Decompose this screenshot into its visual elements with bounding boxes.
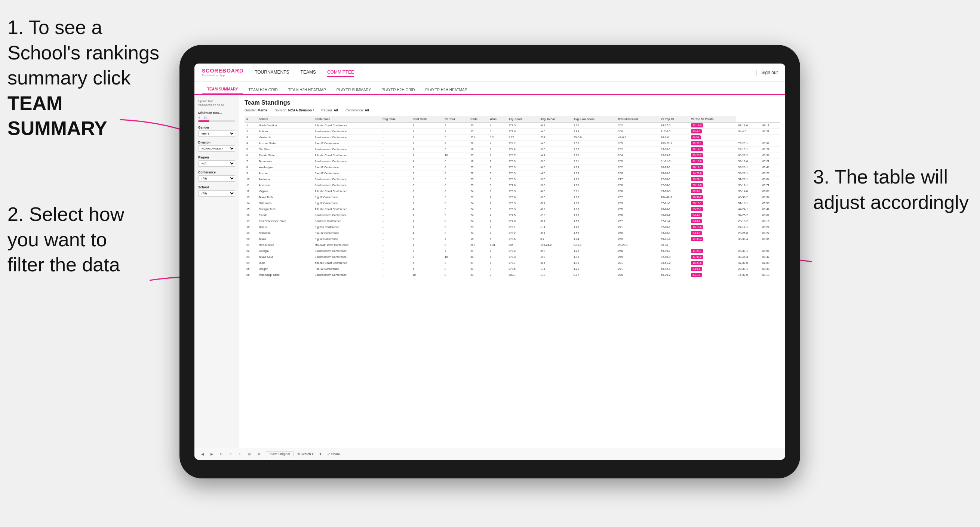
table-cell: Big Ten Conference <box>313 224 381 230</box>
table-cell: 89.11 <box>760 122 780 129</box>
toolbar-settings[interactable]: ⚙ <box>256 451 262 457</box>
table-cell: 11-38-2 <box>689 254 736 260</box>
toolbar-reload[interactable]: ↻ <box>218 451 224 457</box>
table-cell: North Carolina <box>257 122 313 129</box>
table-cell: 5 <box>411 266 443 272</box>
table-cell: 2.11 <box>572 159 616 165</box>
table-cell: 1.90 <box>572 183 616 188</box>
table-cell: 17-9-0 <box>689 188 736 194</box>
sidebar: Update time: 27/03/2024 16:56:26 Minimum… <box>194 95 239 448</box>
school-select[interactable]: (All) <box>198 190 235 197</box>
table-cell: 23 <box>468 165 488 170</box>
gender-select[interactable]: Men's <box>198 130 235 137</box>
region-select[interactable]: N/A <box>198 160 235 167</box>
watch-button[interactable]: 👁 Watch ▾ <box>297 452 314 456</box>
tab-team-h2h-heatmap[interactable]: TEAM H2H HEATMAP <box>283 86 331 94</box>
conference-select[interactable]: (All) <box>198 175 235 182</box>
table-cell: 9 <box>245 170 257 176</box>
table-cell: 1 <box>488 254 507 260</box>
table-cell: Texas Tech <box>257 194 313 200</box>
nav-committee[interactable]: COMMITTEE <box>327 68 354 77</box>
table-cell: Tennessee <box>257 159 313 165</box>
table-cell: 3 <box>411 146 443 152</box>
filter-school-label: School <box>198 186 235 189</box>
table-cell: 117-4-0 <box>659 129 689 135</box>
table-cell: 15-30-0 <box>736 272 760 278</box>
toolbar: ◀ ▶ ↻ ⌂ ☆ ⊞ ⚙ View: Original 👁 Watch ▾ ⬆… <box>194 448 785 460</box>
toolbar-copy[interactable]: ⊞ <box>247 451 252 457</box>
table-cell: 203 <box>538 135 572 141</box>
col-no-tour: No Tour <box>443 116 468 122</box>
table-cell: Pac-12 Conference <box>313 165 381 170</box>
table-cell: 95-6-0 <box>572 135 616 141</box>
tab-team-summary[interactable]: TEAM SUMMARY <box>202 85 243 94</box>
table-cell: 8 <box>443 200 468 206</box>
table-cell: New Mexico <box>257 242 313 248</box>
table-cell: 80.34 <box>760 194 780 200</box>
table-cell: 1.44 <box>572 236 616 242</box>
table-cell: 278.2 <box>507 230 538 236</box>
table-cell: - <box>381 224 410 230</box>
update-time-value: 27/03/2024 16:56:26 <box>198 103 224 107</box>
table-cell: 24 <box>468 212 488 218</box>
table-cell: 18 <box>468 159 488 165</box>
tab-player-summary[interactable]: PLAYER SUMMARY <box>331 86 376 94</box>
table-cell: 2 <box>488 200 507 206</box>
instruction-2: 2. Select how you want to filter the dat… <box>8 202 124 278</box>
table-cell: 279.3 <box>507 254 538 260</box>
table-cell: 86-25-1 <box>659 165 689 170</box>
table-cell: Atlantic Coast Conference <box>313 206 381 212</box>
toolbar-forward[interactable]: ▶ <box>209 451 215 457</box>
table-cell: - <box>381 152 410 159</box>
table-cell: 1 <box>488 152 507 159</box>
table-cell: 19 <box>245 230 257 236</box>
table-cell: 23-18-2 <box>736 218 760 224</box>
table-cell: 8 <box>443 165 468 170</box>
instruction-3-line2: adjust accordingly <box>813 191 969 213</box>
table-cell: 1.98 <box>572 170 616 176</box>
table-cell: Texas A&M <box>257 254 313 260</box>
table-cell: 8 <box>443 188 468 194</box>
instruction-1-bold: TEAM SUMMARY <box>8 92 107 140</box>
table-cell: 5 <box>411 260 443 266</box>
view-original-button[interactable]: View: Original <box>266 451 293 457</box>
range-slider[interactable] <box>198 121 235 122</box>
division-select[interactable]: NCAA Division I <box>198 145 235 152</box>
table-cell: 18-12-1 <box>689 165 736 170</box>
tab-team-h2h-grid[interactable]: TEAM H2H GRID <box>243 86 283 94</box>
col-avg-low: Avg. Low Score <box>572 116 616 122</box>
table-cell: 27 <box>468 260 488 266</box>
table-cell: - <box>381 183 410 188</box>
top-nav: SCOREBOARD Powered by clipp TOURNAMENTS … <box>194 63 785 81</box>
table-cell: 5 <box>411 176 443 183</box>
table-cell: -5.1 <box>538 230 572 236</box>
share-button[interactable]: ⤢ Share <box>327 452 340 456</box>
table-cell: 18 <box>245 224 257 230</box>
toolbar-export[interactable]: ⬆ <box>317 451 323 457</box>
table-cell: -6.0 <box>538 188 572 194</box>
table-cell: 109-24-2 <box>538 242 572 248</box>
sign-out[interactable]: Sign out <box>761 70 778 75</box>
table-cell: 1 <box>488 260 507 266</box>
table-row: 15Georgia TechAtlantic Coast Conference-… <box>245 206 780 212</box>
toolbar-back[interactable]: ◀ <box>200 451 205 457</box>
table-cell: Pac-12 Conference <box>313 170 381 176</box>
table-cell: 10 <box>411 272 443 278</box>
instruction-2-line1: 2. Select how <box>8 203 124 225</box>
table-cell: Southeastern Conference <box>313 183 381 188</box>
table-cell: 7 <box>411 212 443 218</box>
table-cell: Atlantic Coast Conference <box>313 188 381 194</box>
tab-player-h2h-heatmap[interactable]: PLAYER H2H HEATMAP <box>420 86 472 94</box>
toolbar-home[interactable]: ⌂ <box>228 451 233 457</box>
tab-player-h2h-grid[interactable]: PLAYER H2H GRID <box>376 86 420 94</box>
table-row: 18IllinoisBig Ten Conference-19231279.1-… <box>245 224 780 230</box>
table-cell: 80-25-2 <box>659 212 689 218</box>
table-cell: 9-14-0 <box>689 230 736 236</box>
table-cell: Florida <box>257 212 313 218</box>
table-cell: 276.3 <box>507 200 538 206</box>
toolbar-bookmark[interactable]: ☆ <box>237 451 243 457</box>
nav-teams[interactable]: TEAMS <box>301 68 316 77</box>
nav-tournaments[interactable]: TOURNAMENTS <box>255 68 289 77</box>
table-cell: -4.6 <box>538 170 572 176</box>
table-cell: Southeastern Conference <box>313 176 381 183</box>
